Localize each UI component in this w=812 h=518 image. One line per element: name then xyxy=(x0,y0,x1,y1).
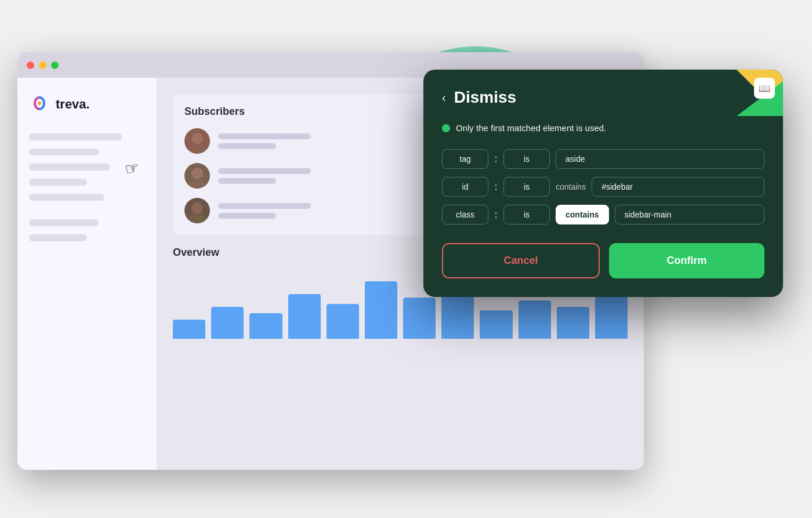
modal-title: Dismiss xyxy=(454,88,516,107)
filter-value-aside[interactable]: aside xyxy=(556,149,764,169)
sidebar-item[interactable] xyxy=(29,194,104,201)
sidebar-item[interactable] xyxy=(29,234,87,241)
filter-value-sidebar[interactable]: #sidebar xyxy=(592,177,764,197)
sidebar-item[interactable] xyxy=(29,179,87,186)
logo-icon xyxy=(29,94,50,115)
filter-row-2: id : is contains #sidebar xyxy=(442,177,764,197)
chart-bar xyxy=(403,298,436,339)
filter-field-id[interactable]: id xyxy=(442,177,488,197)
svg-point-6 xyxy=(189,214,205,223)
avatar xyxy=(184,163,210,189)
traffic-light-red[interactable] xyxy=(27,61,34,69)
filter-operator-is[interactable]: is xyxy=(503,177,550,197)
chart-bar xyxy=(480,310,512,339)
chart-bar xyxy=(557,307,589,339)
subscriber-bar xyxy=(218,178,276,184)
sidebar-item[interactable] xyxy=(29,133,122,140)
avatar xyxy=(184,198,210,223)
modal-header-left: ‹ Dismiss xyxy=(442,88,516,107)
cursor-icon: ☞ xyxy=(123,158,140,179)
confirm-button[interactable]: Confirm xyxy=(609,243,764,278)
filter-rows: tag : is aside id : is contains #sidebar… xyxy=(442,149,764,224)
traffic-light-yellow[interactable] xyxy=(39,61,46,69)
filter-colon: : xyxy=(494,181,498,193)
subscriber-bars xyxy=(218,168,311,184)
chart-bar xyxy=(327,304,359,339)
subscriber-bar xyxy=(218,168,311,174)
scene: treva. ☞ Subscribers xyxy=(0,0,812,518)
chart-bar xyxy=(595,291,628,339)
subscriber-bars xyxy=(218,203,311,219)
filter-field-class[interactable]: class xyxy=(442,205,488,224)
filter-row-3: class : is contains sidebar-main xyxy=(442,205,764,224)
cancel-button[interactable]: Cancel xyxy=(442,243,600,278)
chart-bar xyxy=(365,281,397,339)
sidebar-item[interactable] xyxy=(29,148,99,155)
chart-bar xyxy=(249,313,282,339)
filter-colon: : xyxy=(494,153,498,165)
green-dot-icon xyxy=(442,124,450,132)
chart-bar xyxy=(519,300,551,339)
subscriber-bar xyxy=(218,133,311,139)
avatar xyxy=(184,128,210,154)
subscriber-bars xyxy=(218,133,311,149)
filter-operator-is[interactable]: is xyxy=(503,205,550,224)
filter-extra-contains: contains xyxy=(556,182,586,191)
info-row: Only the first matched element is used. xyxy=(442,123,764,133)
action-buttons: Cancel Confirm xyxy=(442,243,764,278)
subscriber-bar xyxy=(218,203,311,209)
back-arrow-icon[interactable]: ‹ xyxy=(442,91,446,104)
filter-value-sidebar-main[interactable]: sidebar-main xyxy=(615,205,764,224)
filter-row-1: tag : is aside xyxy=(442,149,764,169)
svg-point-0 xyxy=(38,102,41,105)
sidebar-item[interactable] xyxy=(29,164,110,171)
chart-bar xyxy=(211,307,244,339)
chart-bar xyxy=(173,320,205,339)
logo-area: treva. xyxy=(29,94,145,115)
logo-text: treva. xyxy=(56,97,90,112)
app-sidebar: treva. ☞ xyxy=(17,78,157,470)
filter-colon: : xyxy=(494,209,498,221)
svg-point-3 xyxy=(191,168,203,179)
traffic-light-green[interactable] xyxy=(51,61,59,69)
info-text: Only the first matched element is used. xyxy=(456,123,606,133)
book-icon-button[interactable]: 📖 xyxy=(754,78,775,99)
svg-point-1 xyxy=(191,133,203,144)
filter-operator-is[interactable]: is xyxy=(503,149,550,169)
filter-field-tag[interactable]: tag xyxy=(442,149,488,169)
svg-point-2 xyxy=(189,144,205,154)
chart-bar xyxy=(288,294,321,339)
filter-extra-contains-highlighted[interactable]: contains xyxy=(556,205,609,224)
subscriber-bar xyxy=(218,213,276,219)
subscriber-bar xyxy=(218,143,276,149)
svg-point-5 xyxy=(191,202,203,214)
modal-header: ‹ Dismiss xyxy=(442,88,764,107)
sidebar-item[interactable] xyxy=(29,219,99,226)
modal-dialog: 📖 ‹ Dismiss Only the first matched eleme… xyxy=(423,70,783,297)
svg-point-4 xyxy=(189,179,205,189)
